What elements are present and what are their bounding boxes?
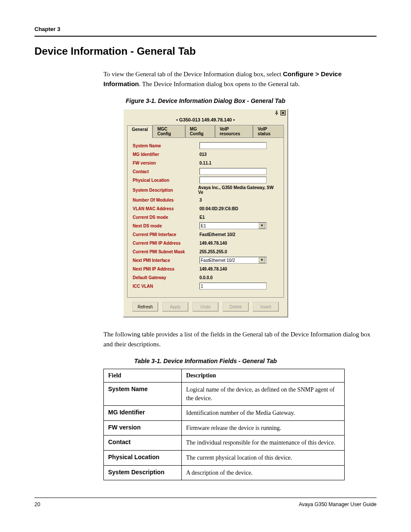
dialog-tabs: GeneralMGC ConfigMG ConfigVoIP resources… xyxy=(124,125,287,137)
pin-icon[interactable] xyxy=(274,110,280,115)
field-row: Next DS modeE1▼ xyxy=(133,222,278,229)
field-value: 0.11.1 xyxy=(199,161,212,165)
field-label: MG Identifier xyxy=(133,152,199,157)
field-label: Default Gateway xyxy=(133,275,199,280)
th-desc: Description xyxy=(182,369,345,383)
chapter-label: Chapter 3 xyxy=(34,26,377,32)
text-input[interactable] xyxy=(199,142,267,149)
delete-button: Delete xyxy=(223,302,249,311)
apply-button: Apply xyxy=(162,302,188,311)
field-label: System Name xyxy=(133,143,199,148)
field-row: Next PMI IP Address149.49.78.140 xyxy=(133,265,278,272)
cell-desc: Firmware release the device is running. xyxy=(182,420,345,436)
field-value: 255.255.255.0 xyxy=(199,249,227,254)
field-row: Current PMI Subnet Mask255.255.255.0 xyxy=(133,248,278,255)
table-caption: Table 3-1. Device Information Fields - G… xyxy=(34,358,377,364)
field-row: Number Of Modules3 xyxy=(133,196,278,203)
field-label: Current PMI Subnet Mask xyxy=(133,249,199,254)
field-row: Current PMI IP Address149.49.78.140 xyxy=(133,240,278,246)
chevron-down-icon[interactable]: ▼ xyxy=(258,257,265,263)
para-2: The following table provides a list of t… xyxy=(103,330,377,349)
th-field: Field xyxy=(104,369,182,383)
page-title: Device Information - General Tab xyxy=(34,45,377,57)
table-row: System DescriptionA description of the d… xyxy=(104,465,345,480)
dialog-topbar xyxy=(124,109,287,115)
field-label: Physical Location xyxy=(133,178,199,183)
tab-voip-resources[interactable]: VoIP resources xyxy=(215,125,253,137)
table-row: System NameLogical name of the device, a… xyxy=(104,383,345,406)
field-value: Avaya Inc., G350 Media Gateway, SW Ve xyxy=(198,185,278,195)
field-label: FW version xyxy=(133,161,199,165)
field-row: MG Identifier013 xyxy=(133,151,278,158)
field-row: System Name xyxy=(133,142,278,149)
cell-desc: The individual responsible for the maint… xyxy=(182,436,345,451)
insert-button: Insert xyxy=(253,302,279,311)
field-label: VLAN MAC Address xyxy=(133,206,199,211)
intro-pre: To view the General tab of the Device In… xyxy=(103,71,283,78)
field-label: Current PMI IP Address xyxy=(133,241,199,246)
text-input[interactable] xyxy=(199,177,267,184)
field-label: Next PMI Interface xyxy=(133,258,199,263)
field-label: Current DS mode xyxy=(133,215,199,220)
text-input[interactable]: 1 xyxy=(199,283,267,289)
fields-table: Field Description System NameLogical nam… xyxy=(103,369,345,480)
field-row: ICC VLAN1 xyxy=(133,283,278,289)
cell-field: MG Identifier xyxy=(104,406,182,421)
table-row: Physical LocationThe current physical lo… xyxy=(104,450,345,465)
table-row: MG IdentifierIdentification number of th… xyxy=(104,406,345,421)
text-input[interactable] xyxy=(199,168,267,175)
page-footer: 20 Avaya G350 Manager User Guide xyxy=(34,498,377,507)
field-label: ICC VLAN xyxy=(133,284,199,289)
close-icon[interactable] xyxy=(280,110,286,115)
page-number: 20 xyxy=(34,501,40,507)
field-row: Current PMI InterfaceFastEthernet 10/2 xyxy=(133,231,278,238)
dialog-buttons: RefreshApplyUndoDeleteInsert xyxy=(124,298,287,317)
refresh-button[interactable]: Refresh xyxy=(132,302,158,311)
field-row: Contact xyxy=(133,168,278,175)
field-label: Next DS mode xyxy=(133,224,199,228)
field-label: Contact xyxy=(133,169,199,174)
field-label: Current PMI Interface xyxy=(133,232,199,237)
select-input[interactable]: FastEthernet 10/2▼ xyxy=(199,257,267,264)
cell-field: Contact xyxy=(104,436,182,451)
field-row: VLAN MAC Address00:04:0D:29:C6:BD xyxy=(133,205,278,212)
field-row: FW version0.11.1 xyxy=(133,159,278,166)
cell-desc: Logical name of the device, as defined o… xyxy=(182,383,345,406)
intro-post: . The Device Information dialog box open… xyxy=(139,81,300,87)
chevron-down-icon[interactable]: ▼ xyxy=(258,223,265,229)
field-label: System Description xyxy=(133,188,198,193)
field-label: Number Of Modules xyxy=(133,198,199,202)
cell-desc: Identification number of the Media Gatew… xyxy=(182,406,345,421)
field-value: 149.49.78.140 xyxy=(199,241,227,246)
tab-voip-status[interactable]: VoIP status xyxy=(253,125,284,137)
select-input[interactable]: E1▼ xyxy=(199,222,267,229)
field-value: FastEthernet 10/2 xyxy=(199,232,235,237)
field-row: Next PMI InterfaceFastEthernet 10/2▼ xyxy=(133,257,278,264)
select-value: FastEthernet 10/2 xyxy=(201,258,235,263)
field-row: Physical Location xyxy=(133,177,278,184)
cell-field: Physical Location xyxy=(104,450,182,465)
tab-mg-config[interactable]: MG Config xyxy=(185,125,215,137)
cell-field: System Description xyxy=(104,465,182,480)
table-row: ContactThe individual responsible for th… xyxy=(104,436,345,451)
field-row: Default Gateway0.0.0.0 xyxy=(133,274,278,281)
cell-desc: The current physical location of this de… xyxy=(182,450,345,465)
table-row: FW versionFirmware release the device is… xyxy=(104,420,345,436)
header-rule xyxy=(34,36,377,37)
tab-mgc-config[interactable]: MGC Config xyxy=(153,125,185,137)
undo-button: Undo xyxy=(193,302,218,311)
field-value: 0.0.0.0 xyxy=(199,275,213,280)
dialog-title: • G350-013 149.49.78.140 • xyxy=(124,115,287,125)
cell-desc: A description of the device. xyxy=(182,465,345,480)
field-value: 3 xyxy=(199,198,202,202)
intro-paragraph: To view the General tab of the Device In… xyxy=(103,69,377,89)
select-value: E1 xyxy=(201,224,206,228)
cell-field: System Name xyxy=(104,383,182,406)
figure-caption: Figure 3-1. Device Information Dialog Bo… xyxy=(34,97,377,104)
field-row: System DescriptionAvaya Inc., G350 Media… xyxy=(133,185,278,195)
field-row: Current DS modeE1 xyxy=(133,214,278,221)
device-info-dialog: • G350-013 149.49.78.140 • GeneralMGC Co… xyxy=(123,109,288,317)
field-value: E1 xyxy=(199,215,205,220)
tab-general[interactable]: General xyxy=(127,125,153,138)
footer-doc-title: Avaya G350 Manager User Guide xyxy=(299,501,377,507)
